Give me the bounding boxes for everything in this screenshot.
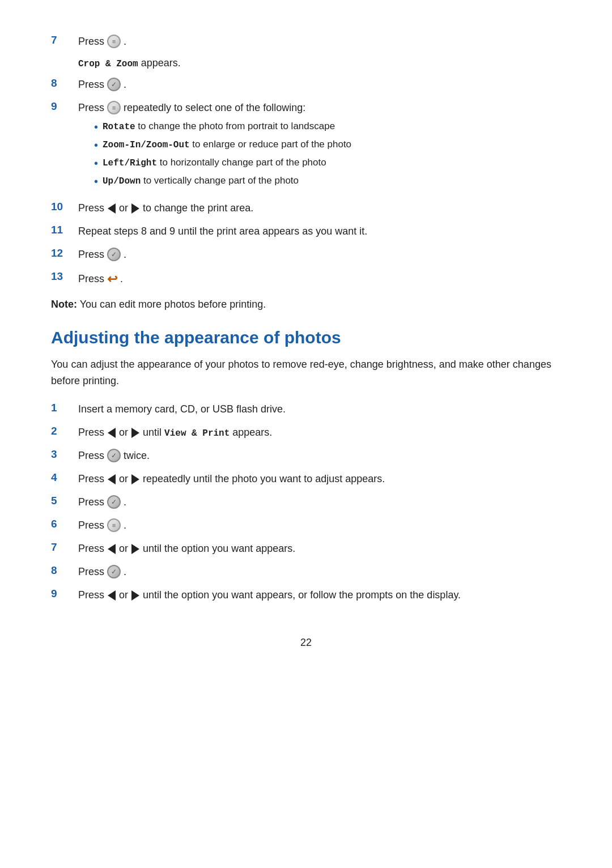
step-content: Press ✓ twice. [78,448,561,463]
code-label: Zoom-In/Zoom-Out [103,140,190,150]
step-content: Press ≡ repeatedly to select one of the … [78,100,561,193]
step-5-bottom: 5 Press ✓ . [51,495,561,510]
page-footer: 22 [51,637,561,649]
step-content: Press ✓ . [78,247,561,262]
step-text-after: . [124,566,126,577]
ok-button-icon: ✓ [107,565,121,578]
step-10: 10 Press or to change the print area. [51,201,561,216]
code-label: Up/Down [103,176,141,186]
step-text-before: Press [78,79,107,90]
crop-zoom-label: Crop & Zoom [78,59,138,69]
bullet-dot: • [94,119,98,135]
step-number: 2 [51,425,78,437]
bullet-item: • Zoom-In/Zoom-Out to enlarge or reduce … [94,137,561,153]
step-text-before: Press [78,450,107,461]
step-3-bottom: 3 Press ✓ twice. [51,448,561,463]
or-text: or [119,473,131,484]
code-label: Rotate [103,122,135,132]
bullet-text: Left/Right to horizontally change part o… [103,155,326,170]
step-content: Press ✓ . [78,495,561,510]
step-number: 6 [51,518,78,530]
bullet-text: Up/Down to vertically change part of the… [103,173,299,188]
bullet-dot: • [94,173,98,189]
bullet-dot: • [94,137,98,153]
step-text-after: . [124,79,126,90]
step-content: Press ↩ . [78,270,561,289]
step-9-bottom: 9 Press or until the option you want app… [51,588,561,603]
step-text-after: repeatedly to select one of the followin… [124,102,305,113]
step-12: 12 Press ✓ . [51,247,561,262]
step-number: 3 [51,448,78,461]
step-content: Repeat steps 8 and 9 until the print are… [78,224,561,239]
step-11: 11 Repeat steps 8 and 9 until the print … [51,224,561,239]
step-text-end: to change the print area. [143,202,253,214]
step-content: Press or repeatedly until the photo you … [78,471,561,487]
step-13: 13 Press ↩ . [51,270,561,289]
step-number: 1 [51,402,78,414]
step-content: Press ≡ . [78,34,561,49]
step-text-before: Press [78,249,107,260]
step-number: 5 [51,495,78,507]
step-text: Press [78,473,107,484]
step-7-top: 7 Press ≡ . [51,34,561,49]
right-arrow-icon [131,428,139,438]
ok-button-icon: ✓ [107,449,121,462]
page-number: 22 [300,637,312,648]
note-block: Note: You can edit more photos before pr… [51,297,561,312]
note-label: Note: [51,299,77,310]
right-arrow-icon [131,590,139,601]
or-text: or [119,543,131,554]
step-6-bottom: 6 Press ≡ . [51,518,561,533]
note-text: You can edit more photos before printing… [80,299,266,310]
step-text-after: . [124,36,126,47]
step-text-after: . [120,273,123,284]
menu-button-icon: ≡ [107,518,121,532]
step-number: 9 [51,588,78,600]
bullet-text: Rotate to change the photo from portrait… [103,119,335,134]
step-text-2: until View & Print appears. [143,427,272,438]
bullet-item: • Rotate to change the photo from portra… [94,119,561,135]
ok-button-icon: ✓ [107,78,121,91]
right-arrow-icon [131,203,139,214]
step-content: Press or until View & Print appears. [78,425,561,440]
step-content: Press or until the option you want appea… [78,541,561,556]
bullet-dot: • [94,155,98,171]
step-1-bottom: 1 Insert a memory card, CD, or USB flash… [51,402,561,417]
step-text-end: until the option you want appears. [143,543,295,554]
section-heading: Adjusting the appearance of photos [51,328,561,347]
section-intro: You can adjust the appearance of your ph… [51,356,561,389]
bullet-text: Zoom-In/Zoom-Out to enlarge or reduce pa… [103,137,351,152]
or-text: or [119,589,131,601]
left-arrow-icon [108,203,116,214]
step-number: 4 [51,471,78,484]
back-button-icon: ↩ [107,270,117,288]
step-text-before: Press [78,496,107,508]
ok-button-icon: ✓ [107,248,121,261]
step-number: 11 [51,224,78,236]
step-text-after: twice. [124,450,150,461]
step-content: Press ✓ . [78,77,561,92]
right-arrow-icon [131,474,139,484]
step-4-bottom: 4 Press or repeatedly until the photo yo… [51,471,561,487]
menu-button-icon: ≡ [107,101,121,114]
step-text-after: . [124,520,126,531]
step-text-after: . [124,249,126,260]
bullet-item: • Left/Right to horizontally change part… [94,155,561,171]
left-arrow-icon [108,544,116,554]
bullet-item: • Up/Down to vertically change part of t… [94,173,561,189]
step-text: Press [78,589,107,601]
left-arrow-icon [108,474,116,484]
step-text: Insert a memory card, CD, or USB flash d… [78,403,286,415]
step-text: Press [78,427,107,438]
step-number: 8 [51,77,78,90]
step-2-bottom: 2 Press or until View & Print appears. [51,425,561,440]
step-number: 10 [51,201,78,213]
step-text-before: Press [78,273,107,284]
menu-button-icon: ≡ [107,35,121,48]
step-text: Press [78,202,107,214]
sub-list: • Rotate to change the photo from portra… [94,119,561,189]
step-7-bottom: 7 Press or until the option you want app… [51,541,561,556]
or-text: or [119,202,131,214]
or-text: or [119,427,131,438]
step-text: Press [78,543,107,554]
